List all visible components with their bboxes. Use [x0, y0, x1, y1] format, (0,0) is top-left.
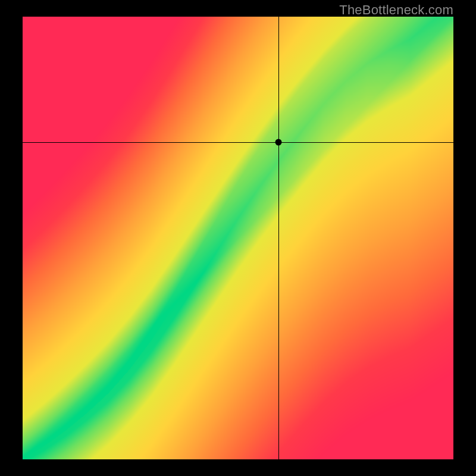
crosshair-horizontal: [23, 142, 453, 143]
plot-frame: [23, 17, 453, 459]
crosshair-vertical: [278, 17, 279, 459]
watermark-text: TheBottleneck.com: [339, 2, 453, 18]
data-point-marker: [275, 139, 282, 145]
heatmap-canvas: [23, 17, 453, 459]
chart-container: TheBottleneck.com: [0, 0, 476, 476]
